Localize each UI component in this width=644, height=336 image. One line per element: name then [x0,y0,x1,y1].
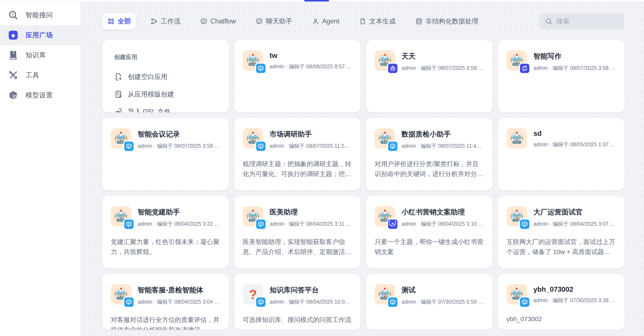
app-card[interactable]: 智能会议记录admin · 编辑于 08/07/2025 3:58 PM [102,118,229,190]
tab-全部[interactable]: 全部 [102,13,136,29]
app-name: sd [534,129,616,138]
tab-label: Agent [322,17,340,25]
tab-工作流[interactable]: 工作流 [145,13,186,29]
create-app-title: 创建应用 [114,53,220,61]
app-name: 智能党建助手 [138,207,220,217]
sidebar-item-model-settings[interactable]: !模型设置 [0,85,80,105]
robot-avatar [375,206,395,227]
app-card-text: 智能客服-质检智能体admin · 编辑于 08/04/2025 3:04 PM [138,284,220,305]
sidebar-item-label: 应用广场 [26,31,53,40]
app-card[interactable]: 智能客服-质检智能体admin · 编辑于 08/04/2025 3:04 PM… [102,274,229,330]
robot-avatar [506,206,527,227]
tab-label: 全部 [118,17,131,26]
app-name: 大厂运营面试官 [534,207,616,217]
app-meta: admin · 编辑于 08/04/2025 3:22 PM [138,220,220,227]
tab-文本生成[interactable]: 文本生成 [354,13,401,29]
app-card-text: twadmin · 编辑于 08/08/2025 8:57 AM [270,50,352,70]
robot-avatar [506,128,527,149]
sidebar-item-knowledge[interactable]: 知识库 [0,45,80,65]
chat-icon [200,18,207,25]
app-card-text: 医美助理admin · 编辑于 08/04/2025 3:11 PM [270,206,352,227]
app-meta: admin · 编辑于 08/08/2025 8:57 AM [270,63,352,70]
sidebar-item-tools[interactable]: 工具 [0,65,80,85]
app-description: 医美智能助理，实现智能获取客户信息、产品介绍、术后陪伴、定期激活访问 [243,237,352,257]
app-card[interactable]: 市场调研助手admin · 编辑于 08/07/2025 11:50 AM梳理调… [234,118,360,190]
app-card-header: 智能会议记录admin · 编辑于 08/07/2025 3:58 PM [111,128,220,149]
app-type-badge-headgear-icon [387,219,398,230]
create-item-label: 从应用模版创建 [128,90,174,99]
sidebar-item-smart-search[interactable]: ?智能搜问 [0,5,80,25]
app-card[interactable]: ?知识库问答平台admin · 编辑于 08/04/2025 10:07 AM可… [234,274,360,330]
app-card[interactable]: 测试admin · 编辑于 07/30/2025 5:50 PM [366,274,492,330]
app-name: 智能会议记录 [138,129,220,139]
search-icon [545,17,553,25]
create-from-template-button[interactable]: 从应用模版创建 [111,86,220,103]
app-card[interactable]: twadmin · 编辑于 08/08/2025 8:57 AM [234,40,360,112]
agent-icon [312,18,319,25]
app-type-badge-chat-icon [387,296,398,308]
app-card-text: 天天admin · 编辑于 08/07/2025 3:59 PM [402,50,484,71]
app-card-header: ybh_073002admin · 编辑于 07/30/2025 3:38 PM [506,284,616,305]
app-card-header: 天天admin · 编辑于 08/07/2025 3:59 PM [375,50,484,71]
app-description: 可选择知识库、搜问模式的问答工作流 [243,315,352,325]
marketplace-bag-icon [8,29,19,41]
app-card[interactable]: 大厂运营面试官admin · 编辑于 08/04/2025 3:07 PM互联网… [498,196,624,268]
sidebar-item-app-marketplace[interactable]: 应用广场 [0,25,80,45]
app-card-text: 小红书营销文案助理admin · 编辑于 08/04/2025 3:10 PM [402,206,484,227]
app-type-badge-loop-icon [519,63,530,74]
app-card-text: 市场调研助手admin · 编辑于 08/07/2025 11:50 AM [270,128,352,149]
app-name: 智能客服-质检智能体 [138,285,220,295]
create-blank-app-button[interactable]: 创建空白应用 [111,68,220,86]
search-input[interactable] [556,17,619,25]
create-app-card: 创建应用 创建空白应用从应用模版创建导入 DSL 文件 [102,40,229,112]
app-meta: admin · 编辑于 07/30/2025 5:50 PM [402,298,484,305]
app-description: 互联网大厂的运营面试官，面试过上万个运营，储备了 10w + 高质面试题库，全面… [506,237,616,257]
tab-label: 工作流 [161,17,180,26]
app-type-badge-chat-icon [387,141,398,152]
model-settings-icon: ! [8,90,19,101]
import-dsl-button[interactable]: 导入 DSL 文件 [111,103,220,112]
tab-chatflow[interactable]: Chatflow [195,14,241,29]
app-card[interactable]: 智能党建助手admin · 编辑于 08/04/2025 3:22 PM党建汇聚… [102,196,229,268]
app-card[interactable]: ybh_073002admin · 编辑于 07/30/2025 3:38 PM… [498,274,624,330]
robot-avatar [506,50,527,71]
app-grid: 创建应用 创建空白应用从应用模版创建导入 DSL 文件 twadmin · 编辑… [102,40,624,330]
app-card-text: 大厂运营面试官admin · 编辑于 08/04/2025 3:07 PM [534,206,616,227]
app-type-badge-chat-icon [123,296,135,308]
tab-label: 聊天助手 [266,17,292,26]
app-card[interactable]: 智能写作admin · 编辑于 08/07/2025 3:58 PM [498,40,624,112]
app-card[interactable]: 天天admin · 编辑于 08/07/2025 3:59 PM [366,40,492,112]
app-card-header: twadmin · 编辑于 08/08/2025 8:57 AM [243,50,352,71]
grid-icon [108,18,115,25]
app-card-header: 医美助理admin · 编辑于 08/04/2025 3:11 PM [243,206,352,227]
robot-avatar [243,206,263,227]
app-card-header: 智能党建助手admin · 编辑于 08/04/2025 3:22 PM [111,206,220,227]
app-meta: admin · 编辑于 08/07/2025 11:50 AM [270,142,352,149]
app-card-text: 知识库问答平台admin · 编辑于 08/04/2025 10:07 AM [270,284,352,305]
search-box[interactable] [539,13,624,29]
app-card[interactable]: 数据质检小助手admin · 编辑于 08/07/2025 11:44 AM对用… [366,118,492,190]
tab-agent[interactable]: Agent [307,14,344,29]
app-meta: admin · 编辑于 08/07/2025 3:58 PM [138,142,220,149]
robot-avatar [111,128,131,149]
tab-聊天助手[interactable]: 聊天助手 [250,13,298,29]
app-card[interactable]: 医美助理admin · 编辑于 08/04/2025 3:11 PM医美智能助理… [234,196,360,268]
app-meta: admin · 编辑于 08/04/2025 3:11 PM [270,220,352,227]
app-card-header: 大厂运营面试官admin · 编辑于 08/04/2025 3:07 PM [506,206,616,227]
app-meta: admin · 编辑于 07/30/2025 3:38 PM [534,297,616,304]
app-card[interactable]: 小红书营销文案助理admin · 编辑于 08/04/2025 3:10 PM只… [366,196,492,268]
app-card-header: ?知识库问答平台admin · 编辑于 08/04/2025 10:07 AM [243,284,352,305]
app-card[interactable]: sdadmin · 编辑于 08/05/2025 1:37 PM [498,118,624,190]
create-item-label: 创建空白应用 [128,72,168,81]
app-card-text: 数据质检小助手admin · 编辑于 08/07/2025 11:44 AM [402,128,484,149]
app-card-text: 测试admin · 编辑于 07/30/2025 5:50 PM [402,284,484,305]
app-type-badge-chat-icon [255,219,266,230]
app-type-badge-chat-icon [123,219,135,230]
knowledge-book-icon [8,50,19,61]
app-card-header: 市场调研助手admin · 编辑于 08/07/2025 11:50 AM [243,128,352,149]
create-item-label: 导入 DSL 文件 [128,107,170,112]
robot-avatar [375,284,395,305]
app-type-badge-chat-icon [519,296,530,308]
app-meta: admin · 编辑于 08/04/2025 3:07 PM [534,220,616,227]
tab-非结构化数据处理[interactable]: 非结构化数据处理 [410,13,484,29]
